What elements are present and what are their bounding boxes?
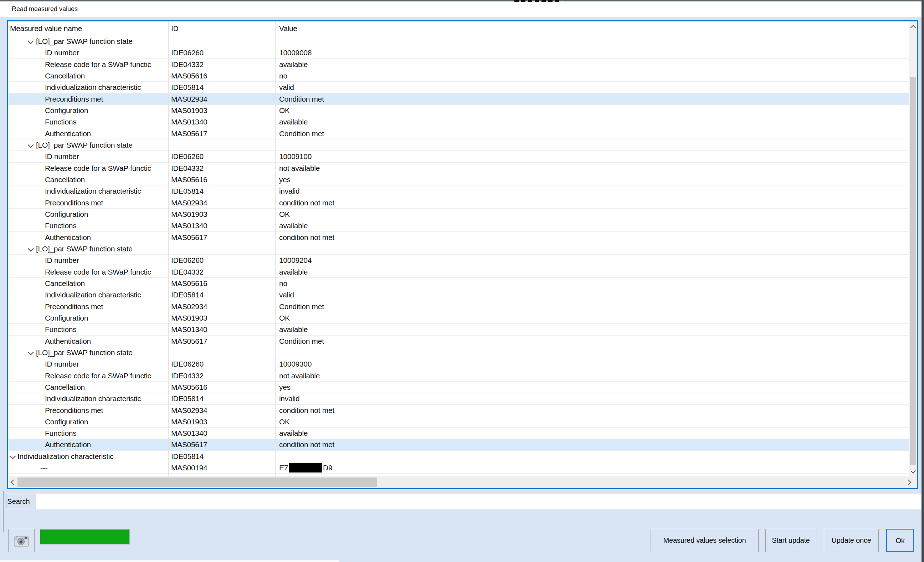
cell-id: IDE06260 — [171, 47, 273, 58]
column-divider — [168, 21, 169, 476]
column-header-name[interactable]: Measured value name — [10, 21, 82, 36]
table-row[interactable]: Functions MAS01340 available — [8, 116, 909, 128]
table-row[interactable]: Cancellation MAS05616 yes — [8, 382, 909, 393]
dialog-title: Read measured values — [12, 2, 78, 17]
cell-id: IDE05814 — [171, 82, 273, 93]
cell-id: MAS00194 — [171, 462, 273, 473]
cell-value: Condition met — [279, 301, 906, 312]
table-row[interactable]: [LO]_par SWAP function state — [8, 140, 909, 151]
scroll-down-icon[interactable] — [910, 468, 916, 474]
table-row[interactable]: Functions MAS01340 available — [8, 220, 909, 231]
ok-button[interactable]: Ok — [886, 529, 914, 552]
cell-value: OK — [279, 105, 906, 116]
cell-id — [171, 243, 273, 254]
table-row[interactable]: Authentication MAS05617 Condition met — [8, 128, 909, 140]
cell-id: MAS05617 — [171, 128, 273, 139]
table-row[interactable]: ID number IDE06260 10009300 — [8, 358, 909, 370]
table-row[interactable]: [LO]_par SWAP function state — [8, 347, 909, 358]
column-header-id[interactable]: ID — [171, 21, 178, 36]
cell-id: IDE05814 — [171, 393, 273, 404]
cell-name: [LO]_par SWAP function state — [8, 140, 168, 150]
table-row[interactable]: Cancellation MAS05616 no — [8, 70, 909, 82]
table-row[interactable]: Preconditions met MAS02934 condition not… — [8, 405, 909, 416]
cell-id: MAS01340 — [171, 428, 273, 439]
table-row[interactable]: Release code for a SWaP functic IDE04332… — [8, 59, 909, 70]
start-update-button[interactable]: Start update — [765, 529, 816, 552]
table-row[interactable]: Configuration MAS01903 OK — [8, 313, 909, 324]
table-header: Measured value name ID Value — [8, 21, 909, 36]
table-row[interactable]: Release code for a SWaP functic IDE04332… — [8, 266, 909, 278]
table-row[interactable]: ID number IDE06260 10009008 — [8, 47, 909, 59]
horizontal-scrollbar-thumb[interactable] — [18, 478, 377, 487]
cell-id: IDE05814 — [171, 451, 273, 462]
update-once-button[interactable]: Update once — [824, 529, 879, 552]
table-row[interactable]: Release code for a SWaP functic IDE04332… — [8, 162, 909, 174]
table-row[interactable]: Functions MAS01340 available — [8, 428, 909, 439]
dialog-title-bar: Read measured values — [0, 2, 924, 17]
table-row[interactable]: --- MAS00194 E7D9 — [8, 462, 909, 473]
cell-id: IDE04332 — [171, 266, 273, 277]
cell-id: IDE05814 — [171, 289, 273, 300]
screenshot-button[interactable] — [8, 529, 34, 552]
cell-name: Authentication — [8, 232, 168, 243]
cell-name: Cancellation — [8, 70, 168, 81]
cell-name: Individualization characteristic — [8, 82, 168, 93]
window-bottom-edge — [0, 560, 339, 562]
table-row[interactable]: Preconditions met MAS02934 condition not… — [8, 197, 909, 209]
table-row[interactable]: Individualization characteristic IDE0581… — [8, 451, 909, 462]
table-row[interactable]: [LO]_par SWAP function state — [8, 243, 909, 255]
cell-value: condition not met — [279, 439, 906, 450]
table-row[interactable]: Release code for a SWaP functic IDE04332… — [8, 370, 909, 382]
cell-value: OK — [279, 416, 906, 427]
table-row[interactable]: Authentication MAS05617 condition not me… — [8, 439, 909, 450]
table-row[interactable]: Configuration MAS01903 OK — [8, 416, 909, 428]
cell-name: Functions — [8, 116, 168, 127]
table-row[interactable]: ID number IDE06260 10009204 — [8, 255, 909, 266]
scroll-right-icon[interactable] — [906, 479, 912, 485]
table-row[interactable]: ID number IDE06260 10009100 — [8, 151, 909, 162]
search-button[interactable]: Search — [6, 494, 31, 509]
cell-name: Cancellation — [8, 382, 168, 393]
measured-values-selection-button[interactable]: Measured values selection — [651, 529, 759, 552]
table-row[interactable]: Individualization characteristic IDE0581… — [8, 393, 909, 404]
cell-value: invalid — [279, 393, 906, 404]
table-row[interactable]: Preconditions met MAS02934 Condition met — [8, 93, 909, 105]
cell-value: valid — [279, 289, 906, 300]
cell-name: Cancellation — [8, 174, 168, 185]
table-row[interactable]: Configuration MAS01903 OK — [8, 209, 909, 220]
cell-name: Release code for a SWaP functic — [8, 266, 168, 277]
table-row[interactable]: Individualization characteristic IDE0581… — [8, 185, 909, 197]
cell-name: [LO]_par SWAP function state — [8, 347, 168, 358]
vertical-scrollbar[interactable] — [909, 21, 917, 476]
redacted-text-artifact — [514, 0, 562, 2]
cell-name: Authentication — [8, 128, 168, 139]
table-row[interactable]: Cancellation MAS05616 no — [8, 278, 909, 289]
table-row[interactable]: Authentication MAS05617 condition not me… — [8, 232, 909, 243]
table-row[interactable]: Configuration MAS01903 OK — [8, 105, 909, 116]
cell-name: [LO]_par SWAP function state — [8, 36, 168, 47]
vertical-scrollbar-thumb[interactable] — [910, 77, 916, 465]
cell-value — [279, 243, 906, 254]
cell-name: Release code for a SWaP functic — [8, 370, 168, 381]
cell-id: MAS02934 — [171, 93, 273, 104]
cell-name: Functions — [8, 428, 168, 439]
cell-id: MAS05616 — [171, 174, 273, 185]
cell-name: Configuration — [8, 209, 168, 220]
cell-value — [279, 347, 906, 358]
table-row[interactable]: Preconditions met MAS02934 Condition met — [8, 301, 909, 313]
search-input[interactable] — [36, 494, 921, 509]
table-row[interactable]: Functions MAS01340 available — [8, 324, 909, 335]
table-row[interactable]: Cancellation MAS05616 yes — [8, 174, 909, 185]
column-header-value[interactable]: Value — [279, 21, 297, 36]
table-row[interactable]: Individualization characteristic IDE0581… — [8, 82, 909, 93]
table-row[interactable]: Authentication MAS05617 Condition met — [8, 335, 909, 347]
cell-id: MAS05617 — [171, 232, 273, 243]
cell-name: Preconditions met — [8, 197, 168, 208]
horizontal-scrollbar[interactable] — [8, 476, 917, 488]
table-row[interactable]: Individualization characteristic IDE0581… — [8, 289, 909, 301]
cell-id: MAS05617 — [171, 335, 273, 347]
scroll-up-icon[interactable] — [910, 25, 916, 31]
scroll-left-icon[interactable] — [11, 479, 16, 485]
cell-id: MAS01903 — [171, 105, 273, 116]
table-row[interactable]: [LO]_par SWAP function state — [8, 36, 909, 47]
